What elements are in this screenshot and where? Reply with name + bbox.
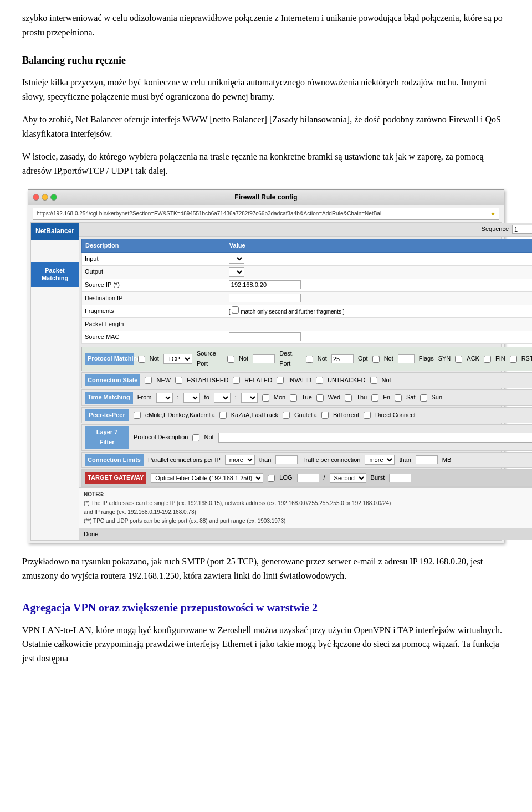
log-value-input[interactable]: [297, 474, 319, 482]
thu-checkbox[interactable]: [345, 394, 352, 402]
wed-label: Wed: [328, 393, 340, 403]
address-bar[interactable]: https://192.168.0.254/cgi-bin/kerbynet?S…: [33, 208, 499, 220]
source-mac-input[interactable]: [229, 332, 301, 341]
related-checkbox[interactable]: [233, 377, 240, 384]
input-select[interactable]: [229, 254, 244, 264]
sidebar: NetBalancer PacketMatching: [31, 223, 79, 541]
state-not-checkbox[interactable]: [370, 377, 377, 384]
opt-not-checkbox[interactable]: [372, 356, 380, 363]
protocol-select[interactable]: TCPUDP: [163, 354, 192, 364]
syn-checkbox[interactable]: [455, 356, 462, 363]
parallel-more-select[interactable]: more: [225, 455, 255, 465]
from-label: From: [137, 393, 152, 403]
fragments-checkbox[interactable]: [232, 306, 239, 314]
fri-checkbox[interactable]: [371, 394, 378, 402]
traffic-more-select[interactable]: more: [365, 455, 395, 465]
ack-label: ACK: [467, 354, 479, 364]
notes-label: NOTES:: [84, 491, 105, 497]
sidebar-section-packet-matching[interactable]: PacketMatching: [31, 262, 79, 287]
opt-not-label: Not: [384, 354, 393, 364]
established-checkbox[interactable]: [175, 377, 182, 384]
main-content: Sequence - + Confirm Close Description V…: [79, 223, 532, 541]
invalid-checkbox[interactable]: [277, 377, 284, 384]
row-value-source-ip: [226, 279, 532, 292]
maximize-dot[interactable]: [50, 194, 57, 201]
table-row-source-ip: Source IP (*): [82, 279, 532, 292]
l7-not-checkbox[interactable]: [192, 434, 200, 441]
target-gateway-select[interactable]: Optical Fiber Cable (192.168.1.250): [151, 473, 263, 483]
log-checkbox[interactable]: [268, 475, 275, 482]
notes-area: NOTES: (*) The IP addresses can be singl…: [79, 487, 532, 528]
sun-checkbox[interactable]: [420, 394, 427, 402]
from-hour-select[interactable]: [156, 393, 173, 403]
sequence-input[interactable]: [512, 225, 532, 234]
to-min-select[interactable]: [241, 393, 258, 403]
row-value-dest-ip: [226, 292, 532, 305]
section2-heading: Agregacja VPN oraz zwiększenie przepusto…: [22, 599, 510, 616]
row-label-source-ip: Source IP (*): [82, 279, 226, 292]
source-port-not-label: Not: [239, 354, 248, 364]
output-select[interactable]: [229, 267, 244, 277]
target-gateway-row: TARGET GATEWAY Optical Fiber Cable (192.…: [81, 469, 532, 487]
mb-label: MB: [442, 455, 452, 465]
emule-checkbox[interactable]: [134, 412, 141, 419]
tue-checkbox[interactable]: [290, 394, 297, 402]
row-value-output: [226, 265, 532, 279]
burst-label: Burst: [371, 473, 385, 483]
dest-ip-input[interactable]: [229, 294, 301, 302]
gnutella-checkbox[interactable]: [283, 412, 290, 419]
to-hour-select[interactable]: [214, 393, 231, 403]
connection-limits-label: Connection Limits: [85, 454, 144, 466]
note3-text: (**) TPC and UDP ports can be single por…: [84, 517, 532, 526]
flags-label: Flags: [419, 354, 434, 364]
from-min-select[interactable]: [183, 393, 200, 403]
parallel-value-input[interactable]: [275, 455, 298, 464]
bittorrent-checkbox[interactable]: [321, 412, 329, 419]
traffic-value-input[interactable]: [416, 455, 438, 464]
directconnect-checkbox[interactable]: [364, 412, 371, 419]
wed-checkbox[interactable]: [316, 394, 324, 402]
new-checkbox[interactable]: [145, 377, 152, 384]
second-select[interactable]: Second: [330, 473, 366, 483]
packet-matching-table-wrapper: Description Value Not Input Output: [79, 237, 532, 347]
caption-para1: Przykładowo na rysunku pokazano, jak ruc…: [22, 554, 510, 583]
row-label-input: Input: [82, 253, 226, 266]
dest-port-input[interactable]: [331, 354, 354, 363]
source-port-not-checkbox[interactable]: [227, 356, 234, 363]
section1-heading: Balancing ruchu ręcznie: [22, 53, 510, 69]
peer-to-peer-row: Peer-to-Peer eMule,EDonkey,Kademlia KaZa…: [81, 407, 532, 424]
source-ip-input[interactable]: [229, 280, 301, 289]
mon-checkbox[interactable]: [262, 394, 269, 402]
l7-protocol-desc-label: Protocol Description: [134, 433, 188, 443]
traffic-than-label: than: [399, 455, 411, 465]
source-port-input[interactable]: [253, 354, 275, 363]
sequence-bar: Sequence - + Confirm Close: [79, 223, 532, 237]
burst-input[interactable]: [389, 474, 411, 482]
table-row-dest-ip: Destination IP: [82, 292, 532, 305]
table-header-row: Description Value Not: [82, 239, 532, 253]
ack-checkbox[interactable]: [484, 356, 491, 363]
window-body: NetBalancer PacketMatching Sequence - + …: [30, 222, 502, 541]
invalid-label: INVALID: [288, 376, 311, 386]
bittorrent-label: BitTorrent: [333, 410, 359, 420]
protocol-not-checkbox[interactable]: [138, 356, 145, 363]
kazaa-checkbox[interactable]: [219, 412, 227, 419]
row-label-packet-length: Packet Length: [82, 318, 226, 331]
bookmark-star-icon[interactable]: ★: [490, 209, 495, 218]
tue-label: Tue: [301, 393, 312, 403]
l7-protocol-select[interactable]: [218, 433, 532, 443]
source-port-label: Source Port: [197, 349, 223, 368]
window-title: Firewall Rule config: [234, 192, 297, 203]
sat-checkbox[interactable]: [395, 394, 402, 402]
opt-input[interactable]: [398, 354, 415, 363]
fin-checkbox[interactable]: [510, 356, 517, 363]
fri-label: Fri: [383, 393, 390, 403]
rst-label: RST: [521, 354, 532, 364]
minimize-dot[interactable]: [42, 194, 48, 201]
untracked-checkbox[interactable]: [316, 377, 323, 384]
section2-para1: VPN LAN-to-LAN, które mogą być konfiguro…: [22, 623, 510, 666]
directconnect-label: Direct Connect: [375, 410, 416, 420]
close-dot[interactable]: [33, 194, 39, 201]
dest-port-not-checkbox[interactable]: [306, 356, 313, 363]
row-value-source-mac: [226, 331, 532, 344]
